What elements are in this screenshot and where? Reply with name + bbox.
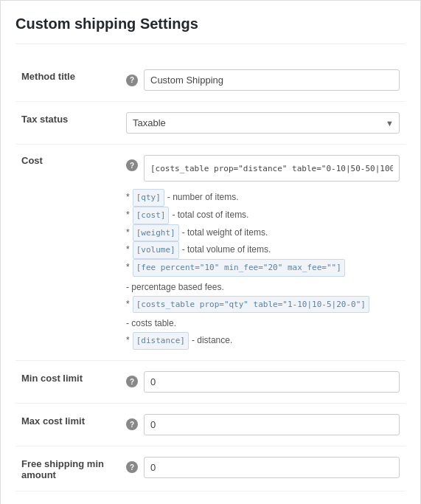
hint-row-distance: * [distance] - distance. [126, 332, 400, 350]
tax-status-label-cell: Tax status [15, 102, 119, 145]
cost-hints: * [qty] - number of items. * [cost] - to… [126, 189, 400, 350]
tax-status-select[interactable]: Taxable None [126, 112, 400, 134]
max-cost-limit-input-cell: ? [119, 403, 406, 446]
hint-code-weight: [weight] [133, 224, 179, 242]
method-title-label: Method title [21, 71, 75, 82]
method-title-row: Method title ? [15, 59, 406, 102]
page-title: Custom shipping Settings [15, 15, 406, 44]
cost-input-cell: ? * [qty] - number of items. * [cost] - … [119, 145, 406, 361]
hint-code-fee: [fee percent="10" min_fee="20" max_fee="… [133, 259, 345, 277]
free-shipping-min-amount-row: Free shipping min amount ? [15, 446, 406, 491]
hint-desc-distance: - distance. [192, 333, 232, 349]
hint-row-weight: * [weight] - total weight of items. [126, 224, 400, 242]
method-title-help-icon[interactable]: ? [126, 75, 138, 86]
tax-status-row: Tax status Taxable None ▼ [15, 102, 406, 145]
free-shipping-min-amount-help-icon[interactable]: ? [126, 461, 138, 473]
hint-desc-qty: - number of items. [167, 190, 239, 206]
tax-status-select-wrap: Taxable None ▼ [126, 112, 400, 134]
settings-container: Custom shipping Settings Method title ? … [0, 0, 421, 504]
free-shipping-min-amount-label: Free shipping min amount [21, 458, 104, 480]
cost-input[interactable] [144, 155, 400, 182]
hint-code-qty: [qty] [133, 189, 164, 207]
cost-label-cell: Cost [15, 145, 119, 361]
hint-desc-volume: - total volume of items. [182, 242, 271, 258]
min-cost-limit-label-cell: Min cost limit [15, 360, 119, 403]
cost-row: Cost ? * [qty] - number of items. [15, 145, 406, 361]
method-title-input[interactable] [144, 69, 400, 91]
cost-field-wrap: ? * [qty] - number of items. * [cost] - … [126, 155, 400, 350]
hint-desc-costs-table: - costs table. [126, 316, 176, 332]
hint-row-costs-table: * [costs_table prop="qty" table="1-10|10… [126, 296, 400, 332]
method-title-input-cell: ? [119, 59, 406, 102]
tax-status-label: Tax status [21, 114, 68, 125]
max-cost-limit-row: Max cost limit ? [15, 403, 406, 446]
hint-row-cost: * [cost] - total cost of items. [126, 207, 400, 224]
hint-desc-cost: - total cost of items. [172, 207, 248, 224]
max-cost-limit-input[interactable] [144, 414, 400, 435]
hint-code-volume: [volume] [133, 241, 179, 259]
tax-status-input-cell: Taxable None ▼ [119, 102, 406, 145]
hint-row-volume: * [volume] - total volume of items. [126, 241, 400, 259]
hint-code-cost: [cost] [133, 207, 170, 224]
min-cost-limit-label: Min cost limit [21, 373, 83, 384]
min-cost-limit-input[interactable] [144, 371, 400, 393]
free-shipping-min-amount-input[interactable] [144, 457, 400, 478]
min-cost-limit-help-icon[interactable]: ? [126, 376, 138, 387]
hint-code-costs-table: [costs_table prop="qty" table="1-10|10-5… [133, 296, 369, 314]
hint-row-qty: * [qty] - number of items. [126, 189, 400, 207]
min-cost-limit-row: Min cost limit ? [15, 360, 406, 403]
free-shipping-min-amount-label-cell: Free shipping min amount [15, 446, 119, 491]
max-cost-limit-help-icon[interactable]: ? [126, 418, 138, 430]
hint-row-fee: * [fee percent="10" min_fee="20" max_fee… [126, 259, 400, 295]
cost-help-icon[interactable]: ? [126, 159, 138, 171]
hint-code-distance: [distance] [133, 332, 189, 350]
form-table: Method title ? Tax status Taxable None [15, 59, 406, 491]
min-cost-limit-input-cell: ? [119, 360, 406, 403]
method-title-label-cell: Method title [15, 59, 119, 102]
hint-desc-fee: - percentage based fees. [126, 280, 224, 296]
free-shipping-min-amount-input-cell: ? [119, 446, 406, 491]
max-cost-limit-label-cell: Max cost limit [15, 403, 119, 446]
max-cost-limit-label: Max cost limit [21, 415, 85, 427]
hint-desc-weight: - total weight of items. [182, 225, 268, 241]
cost-label: Cost [21, 155, 43, 166]
